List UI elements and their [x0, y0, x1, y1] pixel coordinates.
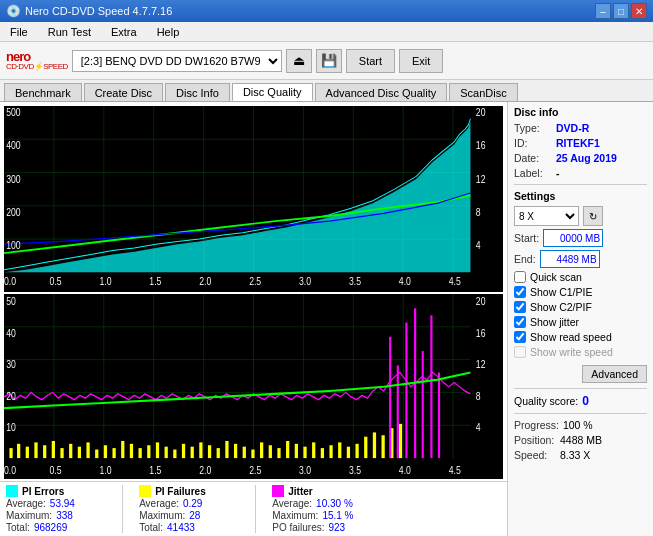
minimize-button[interactable]: –: [595, 3, 611, 19]
svg-rect-79: [269, 445, 272, 458]
speed-select[interactable]: 8 X: [514, 206, 579, 226]
svg-rect-67: [165, 446, 168, 457]
start-input[interactable]: [543, 229, 603, 247]
chart-area: 20 16 12 8 4 500 400 300 200 100 0.0 0.5…: [0, 102, 508, 536]
pi-failures-max-value: 28: [189, 510, 239, 521]
tab-disc-info[interactable]: Disc Info: [165, 83, 230, 101]
show-write-speed-checkbox[interactable]: [514, 346, 526, 358]
pi-failures-group: PI Failures Average: 0.29 Maximum: 28 To…: [139, 485, 239, 533]
disc-date-value: 25 Aug 2019: [556, 152, 617, 164]
svg-text:20: 20: [476, 107, 486, 119]
pi-failures-total-value: 41433: [167, 522, 217, 533]
svg-text:1.0: 1.0: [99, 463, 111, 475]
svg-text:10: 10: [6, 420, 16, 432]
settings-title: Settings: [514, 190, 647, 202]
svg-text:40: 40: [6, 326, 16, 338]
menu-help[interactable]: Help: [151, 24, 186, 40]
start-button[interactable]: Start: [346, 49, 395, 73]
svg-rect-54: [52, 440, 55, 457]
svg-text:30: 30: [6, 358, 16, 370]
svg-text:2.5: 2.5: [249, 275, 261, 287]
svg-text:4: 4: [476, 420, 481, 432]
exit-button[interactable]: Exit: [399, 49, 443, 73]
svg-rect-88: [347, 446, 350, 457]
maximize-button[interactable]: □: [613, 3, 629, 19]
tab-create-disc[interactable]: Create Disc: [84, 83, 163, 101]
svg-rect-94: [399, 423, 402, 457]
save-icon[interactable]: 💾: [316, 49, 342, 73]
show-read-speed-checkbox[interactable]: [514, 331, 526, 343]
right-panel: Disc info Type: DVD-R ID: RITEKF1 Date: …: [508, 102, 653, 536]
svg-rect-59: [95, 449, 98, 458]
title-bar: 💿 Nero CD-DVD Speed 4.7.7.16 – □ ✕: [0, 0, 653, 22]
svg-rect-58: [86, 442, 89, 458]
show-c2pif-checkbox[interactable]: [514, 301, 526, 313]
drive-select[interactable]: [2:3] BENQ DVD DD DW1620 B7W9: [72, 50, 282, 72]
tab-disc-quality[interactable]: Disc Quality: [232, 83, 313, 101]
svg-text:0.5: 0.5: [50, 275, 62, 287]
advanced-button[interactable]: Advanced: [582, 365, 647, 383]
jitter-avg-label: Average:: [272, 498, 312, 509]
quick-scan-checkbox[interactable]: [514, 271, 526, 283]
svg-rect-72: [208, 445, 211, 458]
divider-progress: [514, 413, 647, 414]
tab-scan-disc[interactable]: ScanDisc: [449, 83, 517, 101]
svg-rect-87: [338, 442, 341, 458]
svg-rect-83: [303, 446, 306, 457]
show-write-speed-label: Show write speed: [530, 346, 613, 358]
svg-rect-66: [156, 442, 159, 458]
disc-type-value: DVD-R: [556, 122, 589, 134]
tab-benchmark[interactable]: Benchmark: [4, 83, 82, 101]
menu-extra[interactable]: Extra: [105, 24, 143, 40]
svg-text:0.0: 0.0: [4, 463, 16, 475]
eject-icon[interactable]: ⏏: [286, 49, 312, 73]
svg-rect-74: [225, 440, 228, 457]
svg-rect-64: [139, 448, 142, 458]
svg-text:12: 12: [476, 358, 486, 370]
show-jitter-checkbox[interactable]: [514, 316, 526, 328]
svg-rect-62: [121, 440, 124, 457]
svg-text:16: 16: [476, 326, 486, 338]
pi-failures-avg-value: 0.29: [183, 498, 233, 509]
close-button[interactable]: ✕: [631, 3, 647, 19]
svg-rect-70: [191, 446, 194, 457]
tab-advanced-disc-quality[interactable]: Advanced Disc Quality: [315, 83, 448, 101]
svg-text:4.0: 4.0: [399, 463, 411, 475]
svg-text:400: 400: [6, 140, 20, 152]
jitter-po-value: 923: [329, 522, 379, 533]
speed-label: Speed:: [514, 449, 556, 461]
show-c1pie-checkbox[interactable]: [514, 286, 526, 298]
top-chart: 20 16 12 8 4 500 400 300 200 100 0.0 0.5…: [4, 106, 503, 292]
menu-file[interactable]: File: [4, 24, 34, 40]
svg-text:2.0: 2.0: [199, 463, 211, 475]
refresh-icon[interactable]: ↻: [583, 206, 603, 226]
divider-1: [122, 485, 123, 533]
svg-text:4.5: 4.5: [449, 275, 461, 287]
show-c2pif-row: Show C2/PIF: [514, 301, 647, 313]
svg-rect-53: [43, 445, 46, 458]
show-c1pie-label: Show C1/PIE: [530, 286, 592, 298]
svg-rect-78: [260, 442, 263, 458]
svg-rect-77: [251, 449, 254, 458]
disc-label-row: Label: -: [514, 167, 647, 179]
divider-settings: [514, 184, 647, 185]
svg-text:50: 50: [6, 295, 16, 307]
end-input[interactable]: [540, 250, 600, 268]
svg-rect-50: [17, 443, 20, 457]
svg-rect-51: [26, 446, 29, 457]
pi-failures-label: PI Failures: [155, 486, 206, 497]
svg-rect-96: [397, 365, 399, 458]
svg-rect-76: [243, 446, 246, 457]
svg-rect-95: [389, 336, 391, 457]
svg-rect-92: [382, 435, 385, 458]
speed-row: 8 X ↻: [514, 206, 647, 226]
jitter-max-value: 15.1 %: [322, 510, 372, 521]
pi-failures-color: [139, 485, 151, 497]
svg-text:3.5: 3.5: [349, 275, 361, 287]
quality-score-label: Quality score:: [514, 395, 578, 407]
svg-text:3.5: 3.5: [349, 463, 361, 475]
menu-run-test[interactable]: Run Test: [42, 24, 97, 40]
speed-value: 8.33 X: [560, 449, 590, 461]
svg-rect-82: [295, 443, 298, 457]
menu-bar: File Run Test Extra Help: [0, 22, 653, 42]
